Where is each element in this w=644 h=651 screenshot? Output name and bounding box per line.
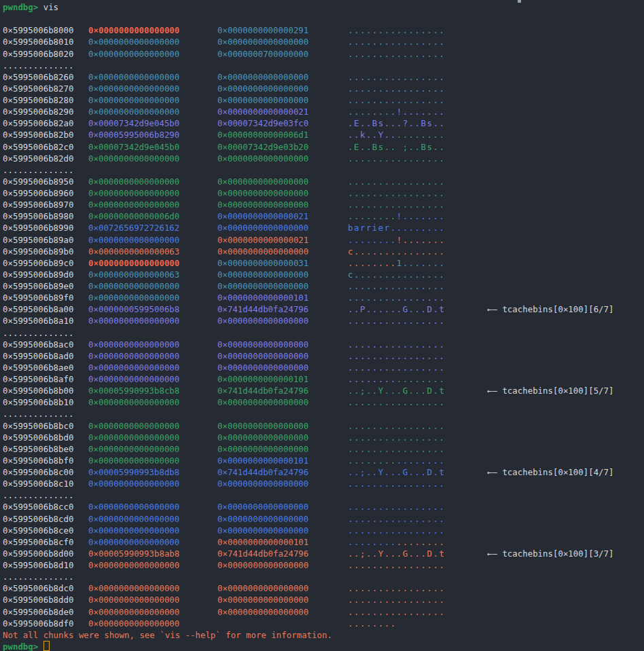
- qword-value-2: 0×0000000000000000: [217, 83, 308, 94]
- qword-value-2: 0×00007342d9e03b20: [217, 141, 308, 153]
- memory-row: 0×5995006b89e00×00000000000000000×000000…: [0, 280, 644, 292]
- qword-value-2: 0×741d44db0fa24796: [217, 303, 308, 315]
- ascii-segment: ................: [348, 83, 445, 94]
- address: 0×5995006b8260: [3, 71, 73, 83]
- qword-value-2: 0×0000000000000021: [217, 234, 308, 246]
- qword-value-1: 0×00000005995006b8: [88, 303, 179, 315]
- memory-row: 0×5995006b82900×00000000000000000×000000…: [0, 106, 644, 117]
- qword-value-1: 0×0000000000000000: [88, 292, 179, 303]
- address: 0×5995006b8000: [3, 24, 73, 36]
- memory-row: 0×5995006b89b00×00000000000000630×000000…: [0, 246, 644, 257]
- qword-value-1: 0×0000000000000000: [88, 199, 179, 210]
- ascii-segment: ........: [348, 537, 397, 547]
- qword-value-1: 0×00005995006b8290: [88, 129, 179, 141]
- address: 0×5995006b8970: [3, 199, 73, 210]
- address: 0×5995006b8280: [3, 94, 73, 106]
- ascii-preview: ................: [348, 199, 445, 210]
- prompt-line[interactable]: pwndbg>: [3, 641, 50, 651]
- ascii-segment: ........: [348, 374, 397, 384]
- qword-value-2: 0×741d44db0fa24796: [217, 466, 308, 478]
- memory-row: 0×5995006b8ac00×00000000000000000×000000…: [0, 339, 644, 350]
- ascii-segment: ................: [348, 72, 445, 82]
- ascii-preview: ................: [348, 525, 445, 536]
- memory-row: 0×5995006b8df00×0000000000000000........: [0, 618, 644, 629]
- qword-value-2: 0×0000000000000000: [217, 501, 308, 513]
- ascii-segment: ................: [348, 502, 445, 512]
- memory-row: 0×5995006b8cc00×00000000000000000×000000…: [0, 501, 644, 513]
- qword-value-1: 0×0000000000000000: [88, 443, 179, 455]
- ascii-segment: 1.......: [397, 258, 446, 268]
- memory-row: 0×5995006b8de00×00000000000000000×000000…: [0, 606, 644, 618]
- ascii-segment: ........: [348, 618, 397, 629]
- qword-value-2: 0×0000000000000000: [217, 36, 308, 48]
- memory-row: 0×5995006b82600×00000000000000000×000000…: [0, 71, 644, 83]
- ascii-segment: c...............: [348, 246, 445, 257]
- memory-row: 0×5995006b8af00×00000000000000000×000000…: [0, 373, 644, 385]
- memory-row: 0×5995006b8b100×00000000000000000×000000…: [0, 396, 644, 408]
- qword-value-2: 0×0000000000000031: [217, 257, 308, 269]
- qword-value-2: 0×0000000700000000: [217, 48, 308, 60]
- ascii-segment: ................: [348, 479, 445, 489]
- ascii-preview: ................: [348, 71, 445, 83]
- ascii-segment: .E..Bs...?..Bs..: [348, 118, 445, 128]
- memory-row: 0×5995006b8ad00×00000000000000000×000000…: [0, 350, 644, 362]
- qword-value-2: 0×0000000000000000: [217, 222, 308, 234]
- ascii-preview: ................: [348, 350, 445, 362]
- memory-row: 0×5995006b80100×00000000000000000×000000…: [0, 36, 644, 48]
- memory-row: 0×5995006b8a000×00000005995006b80×741d44…: [0, 303, 644, 315]
- address: 0×5995006b8c00: [3, 466, 73, 478]
- ascii-segment: ................: [348, 432, 445, 443]
- address: 0×5995006b8020: [3, 48, 73, 60]
- qword-value-2: 0×0000000000000000: [217, 582, 308, 594]
- address: 0×5995006b8270: [3, 83, 73, 94]
- qword-value-1: 0×0000000000000000: [88, 373, 179, 385]
- ascii-segment: .E..Bs.. ;..Bs..: [348, 142, 445, 152]
- ascii-segment: barrier.........: [348, 223, 445, 233]
- ascii-preview: .E..Bs.. ;..Bs..: [348, 141, 445, 153]
- memory-row: 0×5995006b82d00×00000000000000000×000000…: [0, 153, 644, 164]
- qword-value-1: 0×00000000000006d0: [88, 210, 179, 222]
- qword-value-2: 0×0000000000000000: [217, 559, 308, 571]
- ascii-segment: ........: [348, 455, 397, 466]
- prompt-label: pwndbg>: [3, 641, 38, 651]
- qword-value-1: 0×0000000000000000: [88, 455, 179, 466]
- truncation-ellipsis: ..............: [0, 571, 644, 582]
- qword-value-2: 0×00000000000006d1: [217, 129, 308, 141]
- qword-value-1: 0×0000000000000000: [88, 71, 179, 83]
- address: 0×5995006b8b10: [3, 396, 73, 408]
- ascii-segment: ................: [348, 421, 445, 431]
- ascii-preview: ................: [348, 94, 445, 106]
- ascii-preview: ..k..Y..........: [348, 129, 445, 141]
- memory-row: 0×5995006b89d00×00000000000000630×000000…: [0, 269, 644, 280]
- address: 0×5995006b8d10: [3, 559, 73, 571]
- qword-value-1: 0×0000000000000000: [88, 234, 179, 246]
- prompt-label: pwndbg>: [3, 2, 38, 12]
- address: 0×5995006b8990: [3, 222, 73, 234]
- memory-row: 0×5995006b80200×00000000000000000×000000…: [0, 48, 644, 60]
- ascii-preview: ................: [348, 36, 445, 48]
- qword-value-1: 0×0000000000000000: [88, 501, 179, 513]
- ascii-preview: ................: [348, 176, 445, 187]
- ascii-preview: ................: [348, 606, 445, 618]
- ascii-segment: ........: [397, 455, 446, 466]
- qword-value-2: 0×0000000000000000: [217, 153, 308, 164]
- address: 0×5995006b8bf0: [3, 455, 73, 466]
- terminal-cursor[interactable]: [43, 641, 50, 651]
- qword-value-2: 0×0000000000000000: [217, 525, 308, 536]
- ascii-segment: ................: [348, 560, 445, 570]
- memory-row: 0×5995006b89600×00000000000000000×000000…: [0, 187, 644, 199]
- qword-value-1: 0×0000000000000000: [88, 315, 179, 327]
- ascii-preview: ........!.......: [348, 234, 445, 246]
- input-line[interactable]: pwndbg>: [0, 641, 644, 651]
- address: 0×5995006b8a10: [3, 315, 73, 327]
- qword-value-2: 0×0000000000000000: [217, 187, 308, 199]
- ascii-segment: ..;..Y...G...D.t: [348, 467, 445, 477]
- ascii-preview: ..;..Y...G...D.t: [348, 385, 445, 396]
- ascii-segment: ........: [397, 130, 446, 140]
- ascii-preview: ................: [348, 292, 445, 303]
- qword-value-1: 0×00007342d9e045b0: [88, 141, 179, 153]
- qword-value-1: 0×0000000000000000: [88, 106, 179, 117]
- ascii-segment: ................: [348, 514, 445, 524]
- ascii-preview: c...............: [348, 269, 445, 280]
- ascii-preview: ................: [348, 339, 445, 350]
